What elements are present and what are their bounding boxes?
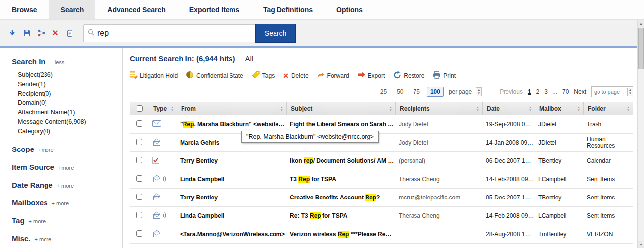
row-select-checkbox[interactable]: [136, 120, 142, 127]
section-date-range-toggle[interactable]: + more: [57, 183, 74, 189]
select-all-checkbox[interactable]: [137, 105, 143, 112]
table-row[interactable]: c0neve01 Stage 5 Rep - Wikipedia, the fr…: [130, 244, 633, 248]
section-search-in-toggle[interactable]: - less: [51, 59, 64, 65]
filter-sender[interactable]: Sender(1): [18, 80, 122, 89]
litigation-hold-button[interactable]: Litigation Hold: [130, 71, 178, 80]
header-subject[interactable]: Subject▲▼: [286, 102, 395, 115]
page-number-70[interactable]: 70: [562, 88, 569, 95]
filter-attachment-name[interactable]: Attachment Name(1): [18, 108, 122, 117]
subject-text[interactable]: Creative Benefits Account Rep?: [286, 194, 395, 201]
sort-icon[interactable]: ▲▼: [280, 106, 283, 112]
from-text[interactable]: Linda Campbell: [176, 176, 286, 183]
section-search-in[interactable]: Search In: [12, 57, 46, 66]
row-select-checkbox[interactable]: [136, 194, 142, 200]
table-row[interactable]: Marcia Gehris Jody Dietel 14-Jan-2008 09…: [130, 134, 633, 152]
header-from[interactable]: From▲▼: [177, 102, 286, 115]
delete-icon[interactable]: ✕: [51, 29, 60, 38]
next-page-link[interactable]: Next: [574, 88, 586, 95]
copy-icon[interactable]: [65, 29, 74, 38]
table-row[interactable]: Terry Bentley Creative Benefits Account …: [130, 189, 633, 207]
scroll-up-arrow[interactable]: ▲: [638, 20, 644, 27]
row-select-checkbox[interactable]: [136, 175, 142, 182]
page-number-2[interactable]: 2: [536, 88, 540, 95]
subject-text[interactable]: Fight the Liberal Smears on Sarah Palin: [286, 121, 395, 128]
header-recipients[interactable]: Recipients▲▼: [395, 102, 482, 115]
from-text[interactable]: <Tara.Manno@VerizonWireless.com>: [176, 231, 286, 238]
section-item-source[interactable]: Item Source: [12, 163, 54, 171]
download-icon[interactable]: [8, 29, 17, 38]
section-mailboxes[interactable]: Mailboxes: [12, 198, 48, 207]
page-size-25[interactable]: 25: [377, 87, 390, 96]
save-icon[interactable]: [22, 29, 31, 38]
table-row[interactable]: Terry Bentley Ikon rep/ Document Solutio…: [130, 152, 633, 170]
scroll-down-arrow[interactable]: ▼: [638, 241, 644, 248]
from-link[interactable]: "Rep. Marsha Blackburn" <website@nrcc.or: [176, 121, 286, 128]
subject-text[interactable]: T3 Rep for TSPA: [286, 176, 395, 183]
filter-subject[interactable]: Subject(236): [18, 70, 122, 80]
goto-page-spinner[interactable]: ▲▼: [627, 88, 633, 96]
table-row[interactable]: Linda Campbell T3 Rep for TSPA Therasa C…: [130, 170, 633, 189]
page-number-3[interactable]: 3: [544, 88, 548, 95]
page-number-1[interactable]: 1: [528, 88, 531, 95]
export-button[interactable]: Export: [358, 71, 385, 80]
row-select-checkbox[interactable]: [136, 157, 142, 163]
tab-options[interactable]: Options: [324, 0, 374, 19]
sort-icon[interactable]: ▲▼: [577, 106, 580, 112]
table-row[interactable]: <Tara.Manno@VerizonWireless.com> Verizon…: [130, 225, 633, 244]
row-select-checkbox[interactable]: [136, 139, 142, 145]
section-misc[interactable]: Misc.: [12, 234, 31, 243]
tab-search[interactable]: Search: [49, 0, 96, 19]
section-date-range[interactable]: Date Range: [12, 181, 53, 189]
section-item-source-toggle[interactable]: +more: [58, 165, 74, 171]
table-row[interactable]: "Rep. Marsha Blackburn" <website@nrcc.or…: [130, 115, 633, 134]
row-select-checkbox[interactable]: [136, 212, 142, 218]
search-input[interactable]: [97, 29, 251, 38]
share-icon[interactable]: [37, 29, 46, 38]
from-text[interactable]: Terry Bentley: [176, 194, 286, 201]
tab-tag-definitions[interactable]: Tag Definitions: [251, 0, 324, 19]
forward-button[interactable]: Forward: [317, 71, 349, 80]
tab-advanced-search[interactable]: Advanced Search: [95, 0, 178, 19]
filter-domain[interactable]: Domain(0): [18, 99, 122, 108]
from-text[interactable]: Linda Campbell: [176, 212, 286, 219]
page-size-75[interactable]: 75: [411, 87, 423, 96]
header-type[interactable]: Type▲▼: [149, 102, 177, 115]
per-page-spinner[interactable]: ▲▼: [476, 87, 482, 96]
header-folder[interactable]: Folder▲▼: [583, 102, 633, 115]
subject-text[interactable]: Re: T3 Rep for TSPA: [286, 212, 395, 219]
tab-exported-items[interactable]: Exported Items: [178, 0, 251, 19]
delete-button[interactable]: ✕ Delete: [283, 72, 308, 80]
from-text[interactable]: Terry Bentley: [176, 157, 286, 164]
table-row[interactable]: Linda Campbell Re: T3 Rep for TSPA Thera…: [130, 207, 633, 225]
header-mailbox[interactable]: Mailbox▲▼: [535, 102, 583, 115]
page-size-50[interactable]: 50: [394, 87, 406, 96]
tags-button[interactable]: Tags: [252, 71, 275, 80]
section-tag[interactable]: Tag: [12, 216, 25, 225]
vertical-scrollbar[interactable]: ▲ ▼: [637, 20, 644, 248]
filter-message-content[interactable]: Message Content(6,908): [18, 117, 122, 127]
subject-text[interactable]: Ikon rep/ Document Solutions/ AM Meeting: [286, 157, 395, 164]
sort-icon[interactable]: ▲▼: [171, 106, 174, 112]
filter-recipient[interactable]: Recipient(0): [18, 89, 122, 99]
sort-icon[interactable]: ▲▼: [389, 106, 392, 112]
section-tag-toggle[interactable]: + more: [29, 218, 46, 224]
restore-button[interactable]: Restore: [393, 71, 424, 80]
subject-text[interactable]: Verizon wireless Rep ***Please Read***: [286, 231, 395, 238]
confidential-state-button[interactable]: Confidential State: [186, 71, 243, 80]
page-size-100[interactable]: 100: [427, 87, 444, 97]
sort-icon[interactable]: ▲▼: [529, 106, 532, 112]
sort-icon[interactable]: ▲▼: [476, 106, 479, 112]
search-button[interactable]: Search: [255, 24, 296, 43]
goto-page-input[interactable]: [592, 89, 627, 95]
filter-category[interactable]: Category(0): [18, 127, 122, 136]
section-mailboxes-toggle[interactable]: + more: [52, 200, 69, 206]
section-scope[interactable]: Scope: [12, 145, 34, 153]
previous-page-link[interactable]: Previous: [500, 88, 523, 95]
print-button[interactable]: Print: [433, 71, 456, 80]
row-select-checkbox[interactable]: [136, 230, 142, 237]
header-date[interactable]: Date▲▼: [482, 102, 535, 115]
section-scope-toggle[interactable]: +more: [38, 147, 54, 153]
tab-browse[interactable]: Browse: [0, 0, 49, 19]
section-misc-toggle[interactable]: + more: [35, 236, 52, 242]
sort-icon[interactable]: ▲▼: [627, 106, 630, 112]
